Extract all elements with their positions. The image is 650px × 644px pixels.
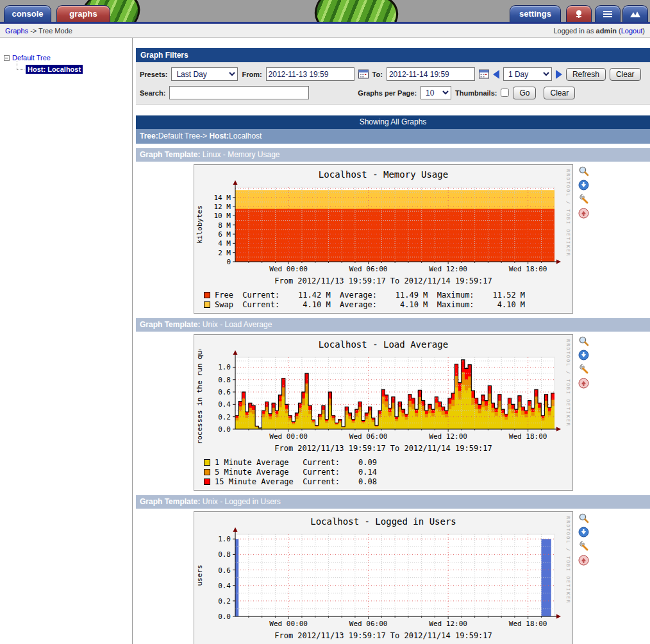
svg-text:Wed 18:00: Wed 18:00 [509,620,547,628]
legend-text: Free Current: 11.42 M Average: 11.49 M M… [215,291,525,300]
thumbnails-checkbox[interactable] [501,89,509,97]
svg-text:2 M: 2 M [218,249,231,257]
paren: ( [617,27,621,35]
memory-usage-chart[interactable]: 02 M4 M6 M8 M10 M12 M14 MWed 00:00Wed 06… [194,180,571,276]
svg-text:Wed 18:00: Wed 18:00 [509,432,547,441]
svg-text:Wed 12:00: Wed 12:00 [429,265,467,273]
graph-actions [578,164,589,314]
svg-text:kilobytes: kilobytes [196,205,204,244]
tree-path-label: Tree: [140,131,158,140]
zoom-graph-icon[interactable] [578,335,589,346]
csv-export-icon[interactable] [578,180,589,191]
graph-date-range: From 2012/11/13 19:59:17 To 2012/11/14 1… [194,276,572,285]
graphs-per-page-select[interactable]: 10 [421,86,451,99]
zoom-graph-icon[interactable] [578,513,589,523]
svg-text:8 M: 8 M [218,221,231,230]
to-date-input[interactable] [387,67,475,81]
csv-export-icon[interactable] [578,527,589,538]
template-label: Graph Template: [140,320,200,329]
graph-source-icon[interactable] [578,194,589,205]
top-header: console graphs settings [0,0,650,24]
graph-source-icon[interactable] [578,541,589,552]
presets-select[interactable]: Last Day [171,67,238,81]
login-prefix: Logged in as [553,27,596,35]
clear-search-button[interactable]: Clear [544,87,575,99]
graph-template-bar: Graph Template: Unix - Load Average [136,318,650,332]
svg-text:4 M: 4 M [218,239,231,248]
clear-button[interactable]: Clear [610,68,641,81]
shift-right-icon[interactable] [556,70,562,79]
tree-elbow-line [17,61,24,70]
search-input[interactable] [169,86,309,99]
legend-swatch-5min [204,469,210,475]
shift-left-icon[interactable] [493,70,499,79]
svg-text:0.6: 0.6 [218,566,231,575]
svg-text:Wed 12:00: Wed 12:00 [429,432,467,441]
go-button[interactable]: Go [513,87,536,99]
tab-preview-view[interactable] [622,5,648,22]
svg-text:0.2: 0.2 [218,597,231,606]
tree-path-value: Default Tree [158,131,200,140]
calendar-icon[interactable] [358,69,369,79]
range-select[interactable]: 1 Day [503,67,552,81]
legend-text: 5 Minute Average Current: 0.14 [215,468,377,477]
presets-label: Presets: [140,71,167,78]
csv-export-icon[interactable] [578,350,589,360]
graph-actions [578,334,589,491]
svg-text:10 M: 10 M [214,212,231,220]
tab-tree-view[interactable] [566,5,592,22]
refresh-button[interactable]: Refresh [566,68,606,81]
svg-text:Wed 18:00: Wed 18:00 [509,265,547,273]
paren: ) [642,27,645,35]
legend-swatch-15min [204,479,210,485]
tree-path-arrow: -> [200,131,209,140]
svg-text:0.8: 0.8 [218,550,231,559]
tab-console[interactable]: console [4,5,51,22]
rrdtool-watermark: RRDTOOL / TOBI OETIKER [565,339,571,427]
template-value: Unix - Logged in Users [200,497,280,506]
breadcrumb-graphs-link[interactable]: Graphs [5,27,28,35]
tree-collapse-icon[interactable] [4,55,10,61]
tab-graphs[interactable]: graphs [56,5,110,22]
tree-sidebar: Default Tree Host: Localhost [0,38,133,644]
header-divider [0,22,650,24]
sidebar-item-host-localhost[interactable]: Host: Localhost [26,65,83,74]
legend-swatch-swap [204,301,210,308]
showing-all-graphs-bar: Showing All Graphs [136,115,650,129]
tab-settings[interactable]: settings [510,5,561,22]
graph-source-icon[interactable] [578,364,589,375]
graph-title: Localhost - Load Average [194,335,572,350]
svg-text:Wed 00:00: Wed 00:00 [269,432,308,441]
svg-text:users: users [196,564,204,586]
graph-image[interactable]: Localhost - Load Average 0.00.20.40.60.8… [194,334,573,491]
list-view-icon [603,11,613,21]
login-user: admin [596,27,617,35]
graph-panel-users: Localhost - Logged in Users 0.00.20.40.6… [194,511,650,644]
logged-in-users-chart[interactable]: 0.00.20.40.60.81.0Wed 00:00Wed 06:00Wed … [194,527,571,631]
svg-text:0: 0 [226,258,231,266]
graph-title: Localhost - Logged in Users [194,512,572,527]
thumbnails-label: Thumbnails: [455,89,497,97]
graph-template-bar: Graph Template: Linux - Memory Usage [136,148,650,162]
graph-image[interactable]: Localhost - Logged in Users 0.00.20.40.6… [194,511,573,644]
template-value: Linux - Memory Usage [200,150,279,159]
graph-image[interactable]: Localhost - Memory Usage 02 M4 M6 M8 M10… [194,164,573,314]
legend-text: 1 Minute Average Current: 0.09 [215,458,377,467]
page-top-icon[interactable] [578,378,589,389]
logout-link[interactable]: Logout [621,27,643,35]
breadcrumb: Graphs -> Tree Mode [5,27,72,35]
graph-actions [578,511,589,644]
calendar-icon[interactable] [479,69,489,79]
graph-title: Localhost - Memory Usage [194,165,572,180]
from-date-input[interactable] [266,67,354,81]
zoom-graph-icon[interactable] [578,165,589,176]
svg-text:0.4: 0.4 [218,400,231,409]
svg-text:0.0: 0.0 [218,425,231,434]
page-top-icon[interactable] [578,208,589,219]
svg-text:processes in the run queue: processes in the run queue [196,350,204,443]
tab-list-view[interactable] [595,5,621,22]
load-average-chart[interactable]: 0.00.20.40.60.81.0Wed 00:00Wed 06:00Wed … [194,350,571,443]
graph-panel-load: Localhost - Load Average 0.00.20.40.60.8… [194,334,650,491]
graph-panel-memory: Localhost - Memory Usage 02 M4 M6 M8 M10… [194,164,650,314]
page-top-icon[interactable] [578,555,589,566]
